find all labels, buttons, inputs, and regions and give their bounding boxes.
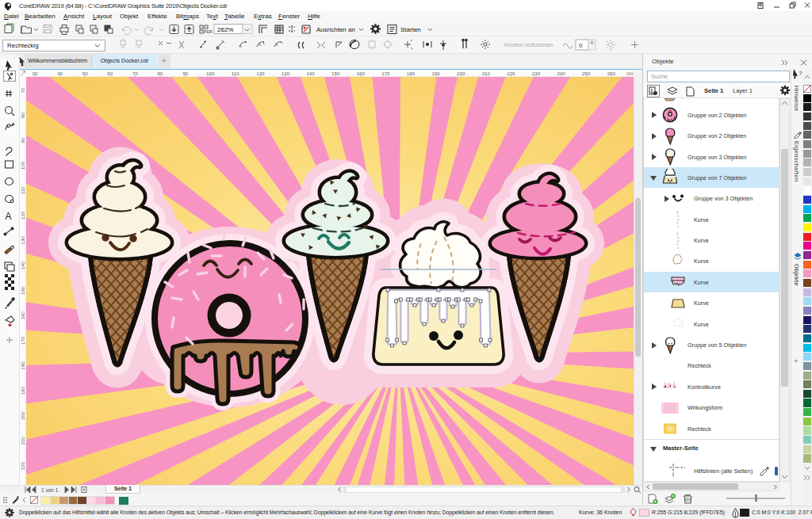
- svg-text:90: 90: [182, 71, 188, 76]
- svg-text:PDF: PDF: [204, 29, 213, 34]
- svg-text:Knoten reduzieren: Knoten reduzieren: [504, 41, 553, 48]
- svg-text:220: 220: [20, 461, 25, 470]
- svg-text:1 von 1: 1 von 1: [41, 487, 59, 493]
- svg-text:80: 80: [158, 71, 163, 76]
- svg-text:230: 230: [532, 71, 541, 76]
- svg-text:262%: 262%: [217, 26, 233, 33]
- svg-text:210: 210: [482, 71, 491, 76]
- svg-text:180: 180: [20, 361, 25, 370]
- svg-text:100: 100: [206, 71, 215, 76]
- svg-text:140: 140: [306, 71, 315, 76]
- svg-text:190: 190: [20, 386, 25, 395]
- svg-text:220: 220: [507, 71, 515, 76]
- svg-text:110: 110: [232, 71, 239, 76]
- svg-text:30: 30: [33, 71, 38, 76]
- svg-text:150: 150: [331, 71, 340, 76]
- svg-text:140: 140: [20, 261, 25, 269]
- svg-text:160: 160: [20, 311, 25, 320]
- svg-text:60: 60: [107, 71, 113, 76]
- svg-text:A: A: [6, 211, 12, 222]
- svg-text:40: 40: [57, 71, 63, 76]
- svg-text:160: 160: [357, 71, 366, 76]
- svg-text:200: 200: [20, 411, 25, 420]
- svg-text:130: 130: [20, 236, 25, 245]
- svg-text:70: 70: [132, 71, 138, 76]
- svg-text:200: 200: [457, 71, 465, 76]
- svg-text:180: 180: [407, 71, 416, 76]
- svg-text:170: 170: [381, 71, 390, 76]
- svg-text:70: 70: [20, 87, 25, 93]
- svg-text:250: 250: [582, 71, 591, 76]
- svg-text:130: 130: [282, 71, 290, 76]
- svg-text:150: 150: [20, 286, 25, 295]
- svg-text:Starten: Starten: [400, 26, 421, 33]
- svg-text:170: 170: [20, 336, 25, 345]
- svg-text:110: 110: [20, 186, 25, 194]
- svg-text:120: 120: [256, 71, 265, 76]
- svg-text:0: 0: [579, 42, 583, 49]
- svg-text:120: 120: [20, 211, 25, 219]
- svg-text:Millimet: Millimet: [626, 71, 634, 76]
- svg-text:90: 90: [20, 137, 25, 143]
- svg-text:Ausrichten an: Ausrichten an: [316, 26, 355, 33]
- svg-text:80: 80: [20, 113, 25, 118]
- svg-text:100: 100: [20, 161, 25, 170]
- svg-text:260: 260: [607, 71, 616, 76]
- svg-text:190: 190: [431, 71, 440, 76]
- svg-text:240: 240: [557, 71, 565, 76]
- svg-text:50: 50: [82, 71, 88, 76]
- svg-text:210: 210: [20, 437, 25, 445]
